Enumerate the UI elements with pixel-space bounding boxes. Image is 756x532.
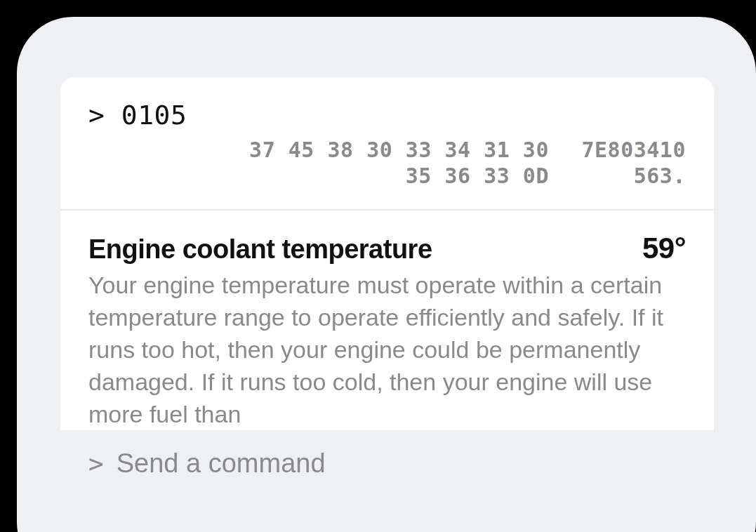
command-input[interactable] [117,448,686,479]
hex-bytes: 35 36 33 0D [406,164,549,188]
hex-bytes: 37 45 38 30 33 34 31 30 [249,138,549,162]
hex-ascii: 563. [570,164,686,188]
input-prompt-symbol: > [88,449,104,478]
hex-dump: 37 45 38 30 33 34 31 30 7E803410 35 36 3… [88,138,686,188]
reading-description: Your engine temperature must operate wit… [88,270,686,430]
command-input-bar[interactable]: > [60,430,714,532]
hex-ascii: 7E803410 [570,138,686,162]
reading-block: Engine coolant temperature 59° Your engi… [60,211,714,430]
reading-value: 59° [642,232,686,265]
terminal-card: > 0105 37 45 38 30 33 34 31 30 7E803410 … [60,77,714,430]
command-line: > 0105 [88,100,686,131]
hex-row: 37 45 38 30 33 34 31 30 7E803410 [88,138,686,162]
reading-title: Engine coolant temperature [88,234,432,265]
reading-header: Engine coolant temperature 59° [88,232,686,265]
prompt-symbol: > [88,100,105,131]
device-frame: > 0105 37 45 38 30 33 34 31 30 7E803410 … [17,17,756,532]
command-text: 0105 [121,100,187,131]
hex-row: 35 36 33 0D 563. [88,164,686,188]
command-block: > 0105 37 45 38 30 33 34 31 30 7E803410 … [60,77,714,209]
